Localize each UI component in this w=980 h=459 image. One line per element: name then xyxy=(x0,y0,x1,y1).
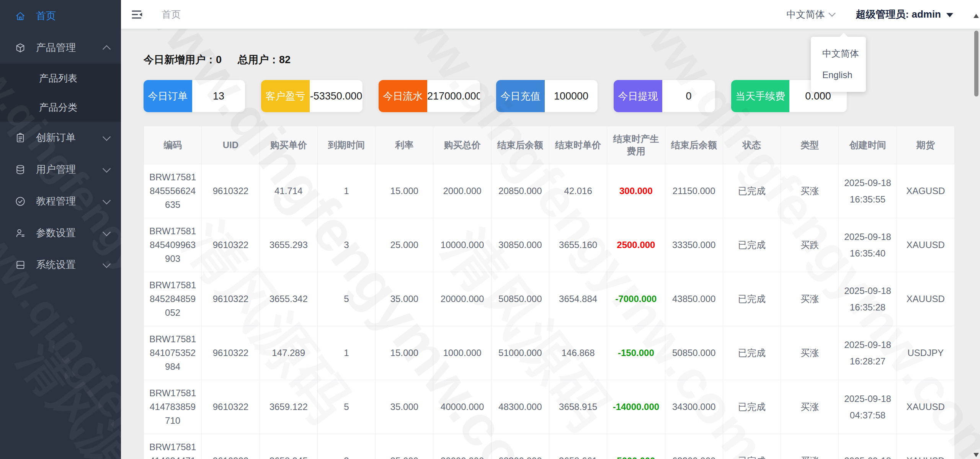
cell-fee: -7000.000 xyxy=(607,272,665,326)
cell-type: 买涨 xyxy=(781,164,839,218)
language-option-en[interactable]: English xyxy=(811,64,866,86)
cell-end_price: 3654.884 xyxy=(549,272,607,326)
chevron-up-icon xyxy=(103,45,111,53)
breadcrumb[interactable]: 首页 xyxy=(162,8,181,21)
cell-status: 已完成 xyxy=(723,434,781,459)
cell-uid: 9610322 xyxy=(202,164,260,218)
stat-card-label: 今日提现 xyxy=(614,80,662,112)
cell-created: 2025-09-18 16:35:28 xyxy=(839,272,897,326)
cell-end_balance: 21150.000 xyxy=(665,164,723,218)
cell-type: 买涨 xyxy=(781,380,839,434)
sidebar-item-label: 教程管理 xyxy=(36,194,104,208)
cell-futures: XAUUSD xyxy=(897,272,954,326)
language-dropdown: 中文简体 English xyxy=(811,37,866,92)
cell-created: 2025-09-18 16:35:55 xyxy=(839,164,897,218)
cell-uid: 9610322 xyxy=(202,380,260,434)
cell-uid: 9610322 xyxy=(202,326,260,380)
user-menu-label: 超级管理员: admin xyxy=(856,8,941,21)
sidebar-item-user[interactable]: 用户管理 xyxy=(0,154,121,185)
scrollbar-thumb[interactable] xyxy=(974,31,978,96)
sidebar-item-label: 参数设置 xyxy=(36,226,104,240)
sidebar-item-product[interactable]: 产品管理 xyxy=(0,32,121,64)
stat-card-today-orders: 今日订单13 xyxy=(144,80,245,112)
chevron-down-icon xyxy=(103,196,111,204)
table-header-row: 编码UID购买单价到期时间利率购买总价结束后余额结束时单价结束时产生费用结束后余… xyxy=(144,126,955,164)
cell-end_balance: 33350.000 xyxy=(665,218,723,272)
sidebar-item-label: 首页 xyxy=(36,9,109,23)
cell-expire: 3 xyxy=(317,218,375,272)
language-option-zh[interactable]: 中文简体 xyxy=(811,43,866,64)
submenu-product: 产品列表产品分类 xyxy=(0,64,121,122)
cell-status: 已完成 xyxy=(723,218,781,272)
cell-code: BRW17581845556624635 xyxy=(144,164,202,218)
cell-end_balance: 43850.000 xyxy=(665,272,723,326)
scroll-down-arrow-icon[interactable] xyxy=(973,453,979,457)
table-row: BRW17581845556624635961032241.714115.000… xyxy=(144,164,955,218)
sidebar-item-system[interactable]: 系统设置 xyxy=(0,249,121,281)
cell-rate: 25.000 xyxy=(376,218,433,272)
sidebar-item-tutorial[interactable]: 教程管理 xyxy=(0,185,121,217)
cell-end_price: 146.868 xyxy=(549,326,607,380)
app-root: 首页产品管理产品列表产品分类创新订单用户管理教程管理参数设置系统设置 首页 中文… xyxy=(0,0,980,459)
cell-futures: XAGUSD xyxy=(897,164,954,218)
cell-rate: 15.000 xyxy=(376,326,433,380)
sidebar-subitem-product-list[interactable]: 产品列表 xyxy=(0,64,121,93)
orders-table: 编码UID购买单价到期时间利率购买总价结束后余额结束时单价结束时产生费用结束后余… xyxy=(144,126,955,459)
cell-futures: XAUUSD xyxy=(897,218,954,272)
stat-card-today-withdraw: 今日提现0 xyxy=(614,80,715,112)
column-header-8: 结束时产生费用 xyxy=(607,126,665,164)
language-selector[interactable]: 中文简体 xyxy=(787,8,835,21)
column-header-7: 结束时单价 xyxy=(549,126,607,164)
scrollbar[interactable] xyxy=(972,0,980,459)
users-icon xyxy=(15,164,26,175)
cell-created: 2025-09-18 xyxy=(839,434,897,459)
cell-type: 买涨 xyxy=(781,434,839,459)
params-icon xyxy=(15,227,26,239)
sidebar-item-label: 创新订单 xyxy=(36,131,104,144)
sidebar-item-label: 用户管理 xyxy=(36,163,104,176)
cell-code: BRW17581841075352984 xyxy=(144,326,202,380)
order-icon xyxy=(15,132,26,144)
column-header-9: 结束后余额 xyxy=(665,126,723,164)
cell-uid: 9610322 xyxy=(202,272,260,326)
cell-balance_after: 20850.000 xyxy=(491,164,549,218)
cell-buy_price: 3658.945 xyxy=(260,434,317,459)
system-icon xyxy=(15,259,26,271)
cell-total: 2000.000 xyxy=(433,164,491,218)
cell-type: 买涨 xyxy=(781,272,839,326)
tutorial-icon xyxy=(15,196,26,207)
column-header-2: 购买单价 xyxy=(260,126,317,164)
sidebar-item-label: 产品管理 xyxy=(36,41,104,54)
cell-rate: 15.000 xyxy=(376,164,433,218)
cell-buy_price: 41.714 xyxy=(260,164,317,218)
table-row: BRW175818410753529849610322147.289115.00… xyxy=(144,326,955,380)
sidebar-item-order[interactable]: 创新订单 xyxy=(0,122,121,154)
cell-end_price: 3655.160 xyxy=(549,218,607,272)
cell-rate: 35.000 xyxy=(376,380,433,434)
cell-total: 20000.000 xyxy=(433,272,491,326)
stat-card-today-recharge: 今日充值100000 xyxy=(496,80,598,112)
chevron-down-icon xyxy=(828,10,835,16)
table-row: BRW1758184540996390396103223655.293325.0… xyxy=(144,218,955,272)
chevron-down-icon xyxy=(103,165,111,173)
cell-code: BRW1758141463447142 xyxy=(144,434,202,459)
total-users-value: 82 xyxy=(279,54,291,66)
cell-rate: 25.000 xyxy=(376,434,433,459)
cell-rate: 35.000 xyxy=(376,272,433,326)
column-header-13: 期货 xyxy=(897,126,954,164)
cell-end_price: 42.016 xyxy=(549,164,607,218)
cell-balance_after: 68300.000 xyxy=(491,434,549,459)
menu-collapse-icon[interactable] xyxy=(130,8,145,21)
cell-expire: 1 xyxy=(317,326,375,380)
scroll-up-arrow-icon[interactable] xyxy=(973,14,979,18)
cell-code: BRW17581414783859710 xyxy=(144,380,202,434)
column-header-4: 利率 xyxy=(376,126,433,164)
user-menu[interactable]: 超级管理员: admin xyxy=(856,8,953,21)
cell-fee: -14000.000 xyxy=(607,380,665,434)
sidebar-subitem-product-category[interactable]: 产品分类 xyxy=(0,93,121,122)
language-selector-label: 中文简体 xyxy=(787,8,825,21)
sidebar-item-params[interactable]: 参数设置 xyxy=(0,217,121,249)
cell-total: 40000.000 xyxy=(433,380,491,434)
cell-fee: 5000.000 xyxy=(607,434,665,459)
sidebar-item-home[interactable]: 首页 xyxy=(0,0,121,32)
